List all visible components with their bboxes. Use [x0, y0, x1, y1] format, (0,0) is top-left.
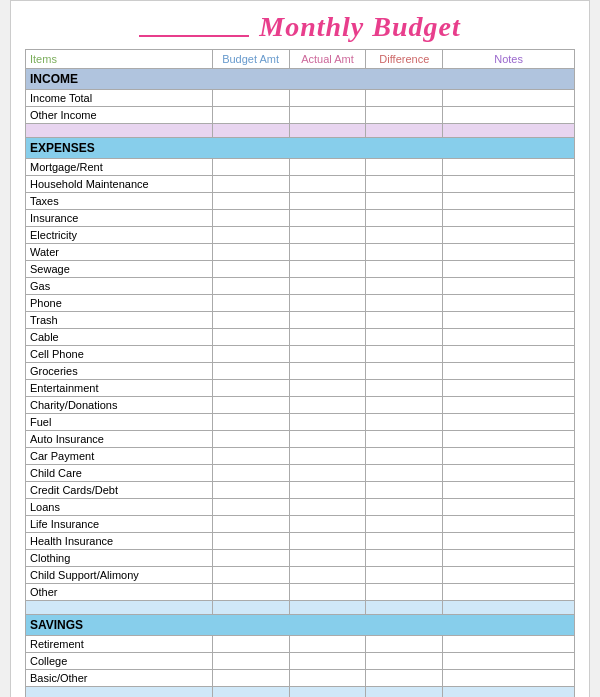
table-row: Cell Phone: [26, 346, 575, 363]
table-row: Income Total: [26, 90, 575, 107]
budget-page: Monthly Budget Items Budget Amt Actual A…: [10, 0, 590, 697]
item-label: Charity/Donations: [26, 397, 213, 414]
item-label: Child Care: [26, 465, 213, 482]
item-label: Retirement: [26, 636, 213, 653]
item-label: Water: [26, 244, 213, 261]
blank-row: [26, 601, 575, 615]
item-label: Credit Cards/Debt: [26, 482, 213, 499]
table-row: Other Income: [26, 107, 575, 124]
item-label: College: [26, 653, 213, 670]
item-label: Auto Insurance: [26, 431, 213, 448]
item-label: Other Income: [26, 107, 213, 124]
table-row: Child Support/Alimony: [26, 567, 575, 584]
table-row: Phone: [26, 295, 575, 312]
section-header-row: EXPENSES: [26, 138, 575, 159]
budget-table: Items Budget Amt Actual Amt Difference N…: [25, 49, 575, 697]
section-header-label: EXPENSES: [26, 138, 575, 159]
header-underline: [139, 17, 249, 37]
table-row: Fuel: [26, 414, 575, 431]
table-row: Auto Insurance: [26, 431, 575, 448]
table-row: Entertainment: [26, 380, 575, 397]
item-label: Entertainment: [26, 380, 213, 397]
table-row: College: [26, 653, 575, 670]
section-header-label: INCOME: [26, 69, 575, 90]
item-label: Child Support/Alimony: [26, 567, 213, 584]
table-row: Cable: [26, 329, 575, 346]
table-row: Sewage: [26, 261, 575, 278]
item-label: Mortgage/Rent: [26, 159, 213, 176]
table-row: Life Insurance: [26, 516, 575, 533]
table-row: Car Payment: [26, 448, 575, 465]
item-label: Basic/Other: [26, 670, 213, 687]
table-row: Retirement: [26, 636, 575, 653]
table-row: Mortgage/Rent: [26, 159, 575, 176]
table-row: Electricity: [26, 227, 575, 244]
table-row: Credit Cards/Debt: [26, 482, 575, 499]
col-diff-header: Difference: [366, 50, 443, 69]
table-row: Health Insurance: [26, 533, 575, 550]
section-header-row: SAVINGS: [26, 615, 575, 636]
item-label: Electricity: [26, 227, 213, 244]
item-label: Trash: [26, 312, 213, 329]
table-row: Trash: [26, 312, 575, 329]
page-header: Monthly Budget: [25, 11, 575, 43]
page-title: Monthly Budget: [259, 11, 460, 43]
item-label: Other: [26, 584, 213, 601]
item-label: Clothing: [26, 550, 213, 567]
table-row: Other: [26, 584, 575, 601]
table-row: Basic/Other: [26, 670, 575, 687]
column-headers: Items Budget Amt Actual Amt Difference N…: [26, 50, 575, 69]
blank-row: [26, 687, 575, 698]
col-items-header: Items: [26, 50, 213, 69]
col-notes-header: Notes: [443, 50, 575, 69]
table-row: Insurance: [26, 210, 575, 227]
item-label: Health Insurance: [26, 533, 213, 550]
item-label: Gas: [26, 278, 213, 295]
section-header-label: SAVINGS: [26, 615, 575, 636]
item-label: Cable: [26, 329, 213, 346]
item-label: Income Total: [26, 90, 213, 107]
item-label: Loans: [26, 499, 213, 516]
item-label: Household Maintenance: [26, 176, 213, 193]
item-label: Sewage: [26, 261, 213, 278]
item-label: Cell Phone: [26, 346, 213, 363]
table-row: Charity/Donations: [26, 397, 575, 414]
table-row: Child Care: [26, 465, 575, 482]
section-header-row: INCOME: [26, 69, 575, 90]
item-label: Car Payment: [26, 448, 213, 465]
item-label: Fuel: [26, 414, 213, 431]
item-label: Life Insurance: [26, 516, 213, 533]
table-row: Groceries: [26, 363, 575, 380]
table-row: Household Maintenance: [26, 176, 575, 193]
col-budget-header: Budget Amt: [212, 50, 289, 69]
table-row: Clothing: [26, 550, 575, 567]
table-row: Loans: [26, 499, 575, 516]
table-row: Water: [26, 244, 575, 261]
item-label: Groceries: [26, 363, 213, 380]
table-row: Taxes: [26, 193, 575, 210]
item-label: Taxes: [26, 193, 213, 210]
item-label: Phone: [26, 295, 213, 312]
blank-row: [26, 124, 575, 138]
table-row: Gas: [26, 278, 575, 295]
col-actual-header: Actual Amt: [289, 50, 366, 69]
item-label: Insurance: [26, 210, 213, 227]
